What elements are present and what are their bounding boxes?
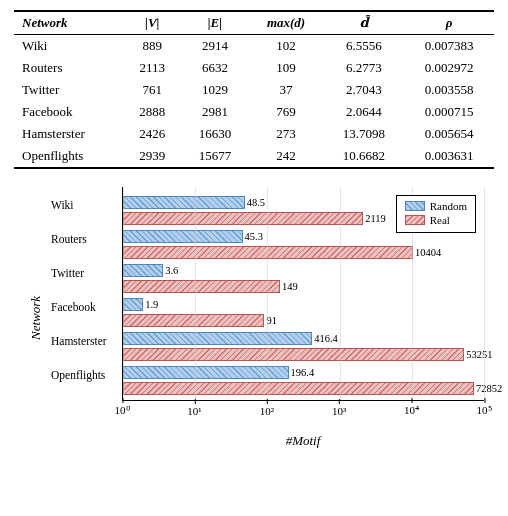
y-row-label: Routers bbox=[51, 233, 87, 245]
x-tick-label: 10⁰ bbox=[115, 404, 130, 417]
grid-line bbox=[267, 187, 268, 400]
bar-random-value: 196.4 bbox=[291, 367, 315, 378]
x-axis-label: #Motif bbox=[122, 433, 484, 449]
bar-real-fill: 72852 bbox=[123, 382, 474, 395]
table-cell: 2914 bbox=[181, 35, 248, 58]
table-cell: 889 bbox=[123, 35, 181, 58]
bar-random-value: 416.4 bbox=[314, 333, 338, 344]
table-cell: 37 bbox=[248, 79, 323, 101]
bar-real-fill: 149 bbox=[123, 280, 280, 293]
legend-real-swatch bbox=[405, 215, 425, 225]
table-cell: Wiki bbox=[14, 35, 123, 58]
x-tick: 10¹ bbox=[187, 399, 201, 417]
col-header-network: Network bbox=[14, 11, 123, 35]
table-cell: Twitter bbox=[14, 79, 123, 101]
x-tick-label: 10² bbox=[260, 405, 274, 417]
x-tick-line bbox=[339, 399, 340, 404]
table-cell: 6.5556 bbox=[324, 35, 405, 58]
table-cell: 13.7098 bbox=[324, 123, 405, 145]
table-cell: 2113 bbox=[123, 57, 181, 79]
grid-line bbox=[123, 187, 124, 400]
col-header-rho: ρ bbox=[404, 11, 494, 35]
table-cell: 242 bbox=[248, 145, 323, 168]
col-header-e: |E| bbox=[181, 11, 248, 35]
table-cell: 2.0644 bbox=[324, 101, 405, 123]
x-tick-line bbox=[267, 399, 268, 404]
bar-random-value: 45.3 bbox=[245, 231, 263, 242]
x-tick-label: 10¹ bbox=[187, 405, 201, 417]
bar-random-fill: 48.5 bbox=[123, 196, 245, 209]
bar-real-fill: 53251 bbox=[123, 348, 464, 361]
bar-random-fill: 1.9 bbox=[123, 298, 143, 311]
y-row-label: Twitter bbox=[51, 267, 84, 279]
bar-random: 416.4 bbox=[123, 331, 484, 345]
x-tick: 10⁵ bbox=[477, 398, 492, 417]
bar-random-value: 1.9 bbox=[145, 299, 158, 310]
legend-real: Real bbox=[405, 214, 467, 226]
table-cell: 0.007383 bbox=[404, 35, 494, 58]
grid-line bbox=[340, 187, 341, 400]
table-cell: 769 bbox=[248, 101, 323, 123]
network-stats-table: Network |V| |E| max(d) d̄ ρ Wiki88929141… bbox=[14, 10, 494, 169]
chart-legend: Random Real bbox=[396, 195, 476, 233]
legend-random: Random bbox=[405, 200, 467, 212]
grid-line bbox=[195, 187, 196, 400]
x-tick-label: 10³ bbox=[332, 405, 346, 417]
bar-random-fill: 416.4 bbox=[123, 332, 312, 345]
table-cell: 2426 bbox=[123, 123, 181, 145]
bar-real: 53251 bbox=[123, 347, 484, 361]
bar-random: 1.9 bbox=[123, 297, 484, 311]
legend-real-label: Real bbox=[430, 214, 450, 226]
x-tick-line bbox=[484, 398, 485, 403]
table-cell: 6632 bbox=[181, 57, 248, 79]
x-tick-label: 10⁵ bbox=[477, 404, 492, 417]
y-row-label: Openflights bbox=[51, 369, 105, 381]
table-cell: 1029 bbox=[181, 79, 248, 101]
bar-real-value: 149 bbox=[282, 281, 298, 292]
bar-random: 196.4 bbox=[123, 365, 484, 379]
x-tick: 10² bbox=[260, 399, 274, 417]
table-cell: Routers bbox=[14, 57, 123, 79]
table-cell: 2888 bbox=[123, 101, 181, 123]
table-cell: Openflights bbox=[14, 145, 123, 168]
table-cell: 2.7043 bbox=[324, 79, 405, 101]
table-cell: 0.003631 bbox=[404, 145, 494, 168]
x-tick: 10³ bbox=[332, 399, 346, 417]
bar-random-value: 3.6 bbox=[165, 265, 178, 276]
table-cell: 6.2773 bbox=[324, 57, 405, 79]
table-cell: 2939 bbox=[123, 145, 181, 168]
bar-random-fill: 3.6 bbox=[123, 264, 163, 277]
col-header-maxd: max(d) bbox=[248, 11, 323, 35]
table-cell: 0.003558 bbox=[404, 79, 494, 101]
table-cell: 109 bbox=[248, 57, 323, 79]
bar-random-fill: 196.4 bbox=[123, 366, 289, 379]
table-cell: Facebook bbox=[14, 101, 123, 123]
table-cell: 15677 bbox=[181, 145, 248, 168]
bar-real: 72852 bbox=[123, 381, 484, 395]
table-cell: 0.005654 bbox=[404, 123, 494, 145]
chart-plot-area: Random Real Wiki48.52119Routers45.310404… bbox=[122, 187, 484, 401]
table-cell: 2981 bbox=[181, 101, 248, 123]
legend-random-swatch bbox=[405, 201, 425, 211]
y-row-label: Facebook bbox=[51, 301, 96, 313]
bar-real-value: 72852 bbox=[476, 383, 502, 394]
x-tick: 10⁰ bbox=[115, 398, 130, 417]
bar-random-fill: 45.3 bbox=[123, 230, 243, 243]
bar-chart: Network Random Real Wiki48.52119Routers4 bbox=[14, 187, 494, 449]
bar-real: 149 bbox=[123, 279, 484, 293]
y-axis-label: Network bbox=[28, 296, 44, 340]
bar-real-value: 2119 bbox=[365, 213, 386, 224]
table-cell: 0.002972 bbox=[404, 57, 494, 79]
grid-line bbox=[484, 187, 485, 400]
bar-real: 91 bbox=[123, 313, 484, 327]
col-header-dbar: d̄ bbox=[324, 11, 405, 35]
legend-random-label: Random bbox=[430, 200, 467, 212]
bar-real-fill: 91 bbox=[123, 314, 264, 327]
table-cell: Hamsterster bbox=[14, 123, 123, 145]
x-tick-line bbox=[412, 398, 413, 403]
x-axis: 10⁰10¹10²10³10⁴10⁵ bbox=[122, 401, 484, 431]
bar-real-value: 53251 bbox=[466, 349, 492, 360]
bar-real-value: 10404 bbox=[415, 247, 441, 258]
bar-random: 3.6 bbox=[123, 263, 484, 277]
table-cell: 273 bbox=[248, 123, 323, 145]
